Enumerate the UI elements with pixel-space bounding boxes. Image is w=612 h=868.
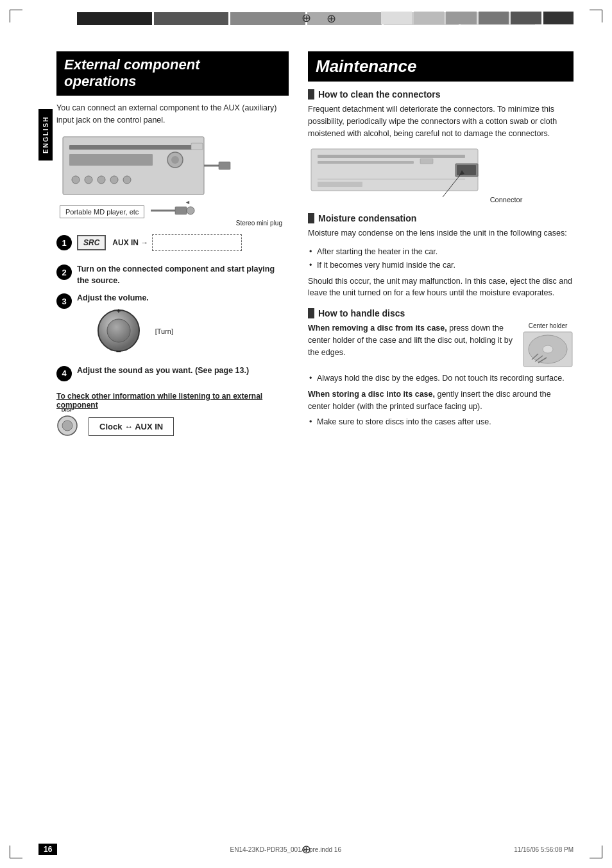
- svg-point-18: [107, 319, 130, 342]
- svg-point-20: [62, 421, 72, 431]
- bar-seg-3: [230, 12, 305, 25]
- step-2-content: Turn on the connected component and star…: [77, 264, 289, 286]
- corner-mark-br: [590, 846, 602, 858]
- src-button: SRC: [77, 235, 106, 250]
- portable-label: Portable MD player, etc: [60, 205, 144, 218]
- disp-button-svg: [56, 415, 78, 437]
- storing-bold: When storing a disc into its case,: [308, 390, 435, 399]
- maintenance-title-box: Maintenance: [308, 51, 574, 82]
- clock-section-title: To check other information while listeni…: [56, 392, 289, 410]
- connector-diagram: Connector: [308, 146, 574, 204]
- disc-bullet-2: Make sure to store discs into the cases …: [308, 416, 574, 428]
- corner-mark-tr: [590, 10, 602, 22]
- aux-in-label: AUX IN →: [112, 238, 148, 247]
- columns-layout: External component operations You can co…: [38, 51, 574, 438]
- step-1-content: SRC AUX IN →: [77, 234, 289, 257]
- section-bar-1: [308, 89, 314, 100]
- crosshair-bottom: ⊕: [302, 842, 311, 856]
- minus-label: –: [116, 346, 121, 356]
- left-col-inner: External component operations You can co…: [56, 51, 289, 438]
- svg-rect-28: [318, 182, 362, 187]
- center-holder-label: Center holder: [522, 322, 574, 329]
- step-4: 4 Adjust the sound as you want. (See pag…: [56, 365, 289, 381]
- disp-button-wrapper: DISP: [56, 415, 78, 438]
- center-holder-svg: [522, 331, 574, 368]
- knob-wrapper: +: [96, 308, 141, 355]
- step-num-3: 3: [56, 293, 72, 309]
- left-column: External component operations You can co…: [38, 51, 289, 438]
- portable-area: Portable MD player, etc: [60, 203, 289, 218]
- step-3-content: Adjust the volume. +: [77, 293, 289, 359]
- bar-r3: [446, 12, 477, 24]
- section-bar-3: [308, 308, 314, 318]
- disc-bullets-1: Always hold the disc by the edges. Do no…: [308, 372, 574, 385]
- moisture-title: Moisture condensation: [308, 213, 574, 223]
- handle-discs-section: How to handle discs When removing a disc…: [308, 308, 574, 428]
- clock-box: Clock ↔ AUX IN: [89, 417, 174, 436]
- removing-bold: When removing a disc from its case,: [308, 324, 447, 333]
- svg-rect-23: [318, 161, 414, 164]
- clock-step-row: DISP Clock ↔ AUX IN: [56, 415, 289, 438]
- device-diagram: ◄ Portable MD player, etc: [56, 134, 289, 227]
- svg-point-5: [72, 176, 80, 184]
- bar-r2: [414, 12, 445, 24]
- device-svg: ◄: [56, 134, 236, 207]
- clock-aux-label: Clock ↔ AUX IN: [99, 422, 163, 431]
- svg-point-8: [110, 176, 118, 184]
- step-2: 2 Turn on the connected component and st…: [56, 264, 289, 286]
- svg-rect-12: [219, 162, 230, 169]
- date-info: 11/16/06 5:56:08 PM: [514, 846, 574, 853]
- step-4-text: Adjust the sound as you want. (See page …: [77, 365, 289, 377]
- svg-point-6: [85, 176, 92, 184]
- step-3: 3 Adjust the volume. +: [56, 293, 289, 359]
- aux-step-row: SRC AUX IN →: [77, 234, 289, 251]
- clean-connectors-title: How to clean the connectors: [308, 89, 574, 100]
- aux-arrow: AUX IN →: [112, 234, 289, 251]
- svg-point-9: [123, 176, 131, 184]
- svg-rect-26: [457, 165, 476, 175]
- moisture-bullets: After starting the heater in the car. If…: [308, 246, 574, 272]
- file-info: EN14-23KD-PDR35_001A_pre.indd 16: [230, 846, 341, 853]
- intro-text: You can connect an external component to…: [56, 102, 289, 126]
- handle-disc-row: When removing a disc from its case, pres…: [308, 322, 574, 370]
- stereo-label: Stereo mini plug: [56, 220, 282, 227]
- section-title: External component operations: [64, 56, 281, 91]
- step-num-4: 4: [56, 366, 72, 381]
- bar-seg-2: [154, 12, 229, 25]
- svg-rect-24: [420, 159, 433, 164]
- svg-point-33: [543, 345, 553, 353]
- corner-mark-tl: [10, 10, 22, 22]
- bar-r5: [511, 12, 541, 24]
- step-num-2: 2: [56, 265, 72, 280]
- clean-connectors-section: How to clean the connectors Frequent det…: [308, 89, 574, 204]
- clean-connectors-text: Frequent detachment will deteriorate the…: [308, 103, 574, 139]
- svg-rect-22: [318, 155, 465, 158]
- plus-label: +: [117, 307, 121, 315]
- svg-rect-1: [69, 145, 198, 150]
- crosshair-top: [300, 12, 312, 24]
- svg-rect-15: [175, 207, 187, 214]
- moisture-intro: Moisture may condense on the lens inside…: [308, 227, 574, 239]
- disc-text-area: When removing a disc from its case, pres…: [308, 322, 516, 370]
- step-2-text: Turn on the connected component and star…: [77, 264, 289, 286]
- maintenance-title: Maintenance: [316, 56, 566, 76]
- moisture-outro: Should this occur, the unit may malfunct…: [308, 275, 574, 300]
- crosshair-top-right: ⊕: [327, 12, 336, 26]
- svg-rect-10: [191, 143, 203, 150]
- bar-seg-1: [77, 12, 152, 25]
- step-num-1: 1: [56, 235, 72, 250]
- step-1: 1 SRC AUX IN →: [56, 234, 289, 257]
- corner-mark-bl: [10, 846, 22, 858]
- moisture-bullet-1: After starting the heater in the car.: [308, 246, 574, 258]
- step-4-content: Adjust the sound as you want. (See page …: [77, 365, 289, 377]
- content-area: External component operations You can co…: [38, 51, 574, 829]
- page-number: 16: [38, 844, 57, 855]
- svg-point-7: [98, 176, 105, 184]
- moisture-section: Moisture condensation Moisture may conde…: [308, 213, 574, 299]
- connector-label: Connector: [490, 196, 523, 204]
- removing-text: When removing a disc from its case, pres…: [308, 322, 516, 358]
- disc-bullet-1: Always hold the disc by the edges. Do no…: [308, 372, 574, 385]
- moisture-bullet-2: If it becomes very humid inside the car.: [308, 259, 574, 272]
- bar-r6: [543, 12, 574, 24]
- volume-knob-area: +: [96, 308, 141, 355]
